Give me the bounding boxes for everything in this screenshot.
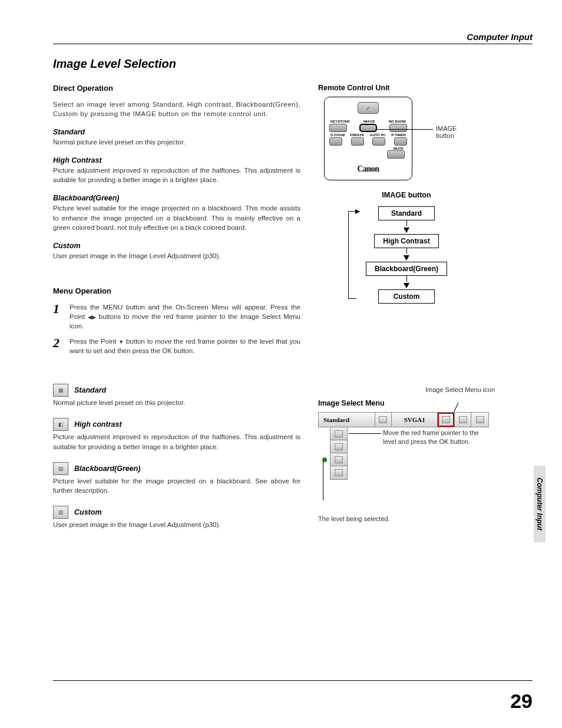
step-2-text: Press the Point ▼ button to move the red…: [70, 337, 300, 355]
direct-operation-heading: Direct Operation: [53, 84, 300, 93]
icon-blackboard-desc: Picture level suitable for the image pro…: [53, 476, 300, 495]
menu-side-custom[interactable]: [330, 466, 347, 479]
level-selected-note: The level being selected.: [318, 515, 489, 522]
icon-highcontrast-title: High contrast: [74, 420, 122, 429]
step-1-text: Press the MENU button and the On-Screen …: [70, 302, 300, 331]
menubar-standard[interactable]: Standard: [319, 413, 375, 427]
mode-blackboard-title: Blackboard(Green): [53, 194, 300, 202]
cycle-custom: Custom: [378, 289, 435, 304]
mode-standard-title: Standard: [53, 128, 300, 136]
menubar-icon-3[interactable]: [455, 413, 472, 427]
mode-highcontrast-desc: Picture adjustment improved in reproduct…: [53, 166, 300, 185]
point-left-right-icon: ◀▶: [88, 314, 96, 321]
image-callout-text: IMAGE button: [436, 125, 457, 139]
step-2: 2 Press the Point ▼ button to move the r…: [53, 337, 300, 355]
menubar-image-select-icon[interactable]: [438, 413, 455, 427]
image-callout-line: [377, 129, 433, 130]
remote-label-image: IMAGE: [363, 120, 375, 123]
icon-standard-desc: Normal picture level preset on this proj…: [53, 398, 300, 407]
high-contrast-icon: ◧: [53, 418, 68, 431]
cycle-loop-line: [348, 211, 356, 299]
side-tab-text: Computer Input: [535, 477, 544, 530]
cycle-standard: Standard: [378, 206, 435, 220]
menubar-icon-1[interactable]: [375, 413, 392, 427]
icon-custom-title: Custom: [74, 508, 102, 516]
direct-intro: Select an image level among Standard, Hi…: [53, 100, 300, 118]
standard-icon: ▦: [53, 384, 68, 397]
remote-row1-labels: KEYSTONE IMAGE NO SHOW: [329, 120, 407, 124]
mode-custom-desc: User preset image in the Image Level Adj…: [53, 251, 300, 261]
menu-side-list: [330, 427, 348, 480]
arrow-down-icon: [404, 283, 409, 288]
top-rule: [53, 44, 533, 44]
remote-btn-image[interactable]: [359, 124, 377, 132]
mode-highcontrast-title: High Contrast: [53, 156, 300, 164]
remote-top-button[interactable]: ✓: [358, 102, 379, 114]
remote-label-dzoom: D.ZOOM: [330, 133, 345, 137]
image-select-icon-label: Image Select Menu icon: [318, 386, 495, 393]
selected-pointer-line: [323, 460, 323, 500]
mode-blackboard-desc: Picture level suitable for the image pro…: [53, 203, 300, 232]
remote-btn-dzoom[interactable]: [329, 137, 342, 146]
arrow-down-icon: [404, 228, 409, 233]
image-select-menu-screenshot: Standard SVGA1 Move the red frame pointe…: [318, 412, 489, 522]
remote-btn-freeze[interactable]: [351, 137, 364, 146]
menu-bar: Standard SVGA1: [318, 412, 489, 427]
cycle-diagram: Standard High Contrast Blackboard(Green)…: [356, 206, 457, 304]
remote-row2-labels: D.ZOOM FREEZE AUTO PC P-TIMER: [329, 133, 407, 137]
menu-side-highcontrast[interactable]: [330, 440, 347, 453]
image-select-title: Image Select Menu: [318, 399, 495, 407]
page-title: Image Level Selection: [53, 57, 533, 71]
step-1: 1 Press the MENU button and the On-Scree…: [53, 302, 300, 331]
step-2-num: 2: [53, 337, 62, 355]
point-down-icon: ▼: [118, 338, 124, 346]
menubar-svga[interactable]: SVGA1: [392, 413, 438, 427]
remote-label-keystone: KEYSTONE: [330, 120, 350, 123]
icon-highcontrast-desc: Picture adjustment improved in reproduct…: [53, 432, 300, 451]
custom-icon: ▥: [53, 506, 68, 519]
menubar-icon-4[interactable]: [471, 413, 488, 427]
remote-btn-ptimer[interactable]: [394, 137, 407, 146]
cycle-highcontrast: High Contrast: [374, 234, 438, 248]
header-section: Computer Input: [467, 32, 533, 42]
side-tab: Computer Input: [534, 466, 546, 542]
remote-body: ✓ KEYSTONE IMAGE NO SHOW D.ZOOM FREEZE: [324, 97, 412, 180]
step-1-num: 1: [53, 302, 62, 331]
icon-custom-desc: User preset image in the Image Level Adj…: [53, 520, 300, 529]
bottom-rule: [53, 680, 533, 681]
remote-label-ptimer: P-TIMER: [391, 133, 406, 137]
remote-label-noshow: NO SHOW: [389, 120, 406, 123]
step-1-text-b: buttons to move the red frame pointer to…: [70, 313, 300, 330]
menu-callout-text: Move the red frame pointer to the level …: [383, 429, 483, 446]
remote-label-freeze: FREEZE: [351, 133, 365, 137]
remote-btn-keystone[interactable]: [329, 124, 347, 132]
remote-title: Remote Control Unit: [318, 84, 495, 92]
mode-standard-desc: Normal picture level preset on this proj…: [53, 137, 300, 147]
remote-btn-noshow[interactable]: [389, 124, 407, 132]
remote-label-mute: MUTE: [329, 147, 407, 150]
page-number: 29: [510, 690, 533, 713]
cycle-title: IMAGE button: [318, 191, 495, 199]
arrow-down-icon: [404, 255, 409, 261]
icon-blackboard-title: Blackboard(Green): [74, 465, 141, 473]
menu-operation-heading: Menu Operation: [53, 286, 300, 295]
step-2-text-a: Press the Point: [70, 338, 118, 345]
cycle-blackboard: Blackboard(Green): [366, 262, 447, 276]
blackboard-icon: ▤: [53, 462, 68, 475]
canon-logo: Canon: [329, 164, 407, 174]
menu-side-standard[interactable]: [330, 427, 347, 440]
icon-standard-title: Standard: [74, 386, 106, 394]
remote-btn-mute[interactable]: [387, 150, 405, 159]
menu-callout-line: [349, 433, 381, 434]
mode-custom-title: Custom: [53, 242, 300, 250]
remote-btn-autopc[interactable]: [372, 137, 385, 146]
remote-label-autopc: AUTO PC: [370, 133, 386, 137]
menu-side-blackboard[interactable]: [330, 453, 347, 466]
